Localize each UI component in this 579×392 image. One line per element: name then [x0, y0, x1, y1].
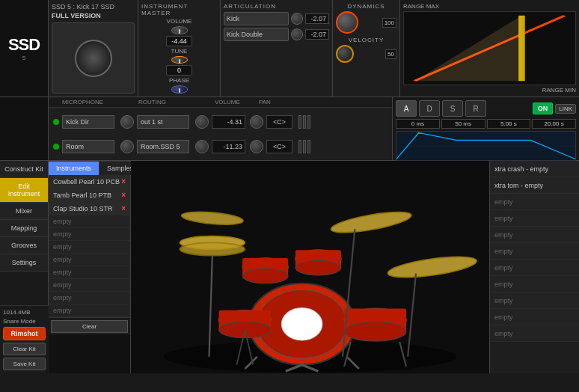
snare-mode-label: Snare Mode: [3, 318, 46, 325]
remove-icon-0[interactable]: ×: [121, 177, 126, 186]
list-item[interactable]: Clap Studio 10 STR ×: [49, 202, 130, 215]
right-item-7[interactable]: empty: [490, 276, 579, 293]
velocity-value: 50: [385, 49, 396, 59]
right-item-8[interactable]: empty: [490, 293, 579, 309]
bottom-tabs: Instruments Samples: [49, 161, 130, 175]
nav-mapping[interactable]: Mapping: [0, 220, 48, 237]
right-item-6[interactable]: empty: [490, 260, 579, 276]
list-item-empty-6[interactable]: empty: [49, 254, 130, 266]
right-item-5[interactable]: empty: [490, 243, 579, 260]
pan-col-header: PAN: [259, 99, 285, 105]
artic-vol-2: -2.07: [305, 29, 329, 40]
remove-icon-2[interactable]: ×: [121, 204, 126, 212]
mic-routing-2[interactable]: Room.SSD 5: [137, 140, 189, 153]
bottom-left-info: 1014.4MB Snare Mode Rimshot Clear Kit Sa…: [0, 305, 49, 373]
articulation-knob-1[interactable]: [291, 13, 303, 25]
articulation-knob-2[interactable]: [291, 28, 303, 40]
adsr-times: 0 ms 50 ms 5.00 s 20.00 s: [396, 119, 576, 129]
list-item-empty-3[interactable]: empty: [49, 215, 130, 228]
microphone-col-header: MICROPHONE: [62, 99, 120, 105]
mic-routing-1[interactable]: out 1 st: [137, 115, 189, 129]
adsr-time-d: 50 ms: [441, 119, 485, 129]
right-item-9[interactable]: empty: [490, 309, 579, 325]
list-item-empty-7[interactable]: empty: [49, 266, 130, 279]
adsr-graph: [396, 131, 576, 161]
list-item-empty-5[interactable]: empty: [49, 241, 130, 254]
volume-knob[interactable]: [171, 26, 188, 34]
articulation-select-2[interactable]: Kick Double: [224, 28, 289, 41]
list-item[interactable]: Tamb Pearl 10 PTB ×: [49, 189, 130, 202]
drum-icon: [75, 40, 112, 77]
volume-col-header: VOLUME: [215, 99, 256, 105]
right-instrument-list: xtra crash - empty xtra tom - empty empt…: [489, 161, 579, 373]
right-item-1[interactable]: xtra tom - empty: [490, 177, 579, 194]
dynamics-panel: DYNAMICS 100 VELOCITY 50: [333, 0, 400, 97]
velocity-label: VELOCITY: [336, 37, 396, 43]
volume-value: -4.44: [166, 36, 192, 46]
instrument-list: Cowbell Pearl 10 PCB × Tamb Pearl 10 PTB…: [49, 175, 131, 317]
range-graph: [403, 11, 576, 85]
clear-button[interactable]: Clear: [51, 320, 128, 333]
dynamics-label: DYNAMICS: [336, 3, 396, 10]
mic-name-2[interactable]: Room: [62, 140, 114, 153]
mic-pan-knob-1[interactable]: [250, 115, 263, 129]
tab-instruments[interactable]: Instruments: [49, 162, 99, 175]
list-item[interactable]: Cowbell Pearl 10 PCB ×: [49, 175, 130, 189]
mic-active-1[interactable]: [53, 119, 59, 125]
mic-channel-2: Room Room.SSD 5 -11.23 <C>: [53, 140, 387, 153]
nav-mixer[interactable]: Mixer: [0, 203, 48, 220]
mic-name-1[interactable]: Kick Dir: [62, 115, 114, 129]
adsr-on-button[interactable]: ON: [533, 102, 554, 114]
mic-faders-2: [298, 140, 310, 153]
routing-col-header: ROUTING: [138, 99, 198, 105]
adsr-tab-r[interactable]: R: [465, 100, 486, 117]
nav-construct-kit[interactable]: Construct Kit: [0, 161, 48, 178]
right-item-0[interactable]: xtra crash - empty: [490, 161, 579, 177]
right-item-4[interactable]: empty: [490, 227, 579, 243]
adsr-tab-s[interactable]: S: [442, 100, 463, 117]
adsr-tab-a[interactable]: A: [396, 100, 417, 117]
mic-vol-knob-1[interactable]: [195, 115, 209, 129]
mic-active-2[interactable]: [53, 144, 59, 150]
remove-icon-1[interactable]: ×: [121, 191, 126, 199]
velocity-knob[interactable]: [336, 45, 354, 63]
app-version: 5: [8, 55, 40, 61]
mic-vol-knob-2[interactable]: [195, 140, 209, 153]
mic-pan-knob-2[interactable]: [250, 140, 263, 153]
list-item-empty-10[interactable]: empty: [49, 304, 130, 317]
right-item-10[interactable]: empty: [490, 325, 579, 342]
list-item-empty-4[interactable]: empty: [49, 228, 130, 241]
save-kit-button[interactable]: Save Kit: [3, 358, 46, 370]
mic-volume-2: -11.23: [212, 140, 245, 153]
nav-settings[interactable]: Settings: [0, 254, 48, 272]
mic-faders-1: [298, 115, 310, 129]
mic-route-knob-2[interactable]: [120, 140, 134, 153]
range-min-label: RANGE MIN: [542, 87, 576, 94]
tune-knob[interactable]: [171, 56, 188, 64]
instrument-title: SSD 5 : Kick 17 SSD: [52, 3, 135, 10]
instrument-info: SSD 5 : Kick 17 SSD FULL VERSION: [49, 0, 138, 97]
mic-route-knob-1[interactable]: [120, 115, 134, 129]
mic-pan-2: <C>: [266, 140, 292, 153]
right-item-3[interactable]: empty: [490, 210, 579, 227]
rimshot-button[interactable]: Rimshot: [3, 327, 46, 340]
articulation-row-1: Kick -2.07: [224, 12, 329, 25]
full-version-label: FULL VERSION: [52, 12, 135, 19]
drum-image: [52, 22, 135, 94]
phase-knob[interactable]: [171, 85, 188, 94]
articulation-select-1[interactable]: Kick: [224, 12, 289, 25]
svg-point-22: [180, 242, 245, 255]
list-item-empty-9[interactable]: empty: [49, 292, 130, 304]
svg-point-8: [281, 307, 322, 340]
right-item-2[interactable]: empty: [490, 194, 579, 210]
svg-point-14: [344, 322, 406, 341]
clear-kit-button[interactable]: Clear Kit: [3, 343, 46, 355]
articulation-label: ARTICULATION: [224, 3, 329, 10]
mic-channels: Kick Dir out 1 st -4.31 <C>: [49, 108, 392, 160]
nav-edit-instrument[interactable]: Edit Instrument: [0, 178, 48, 203]
adsr-link-button[interactable]: LINK: [555, 104, 576, 114]
adsr-tab-d[interactable]: D: [419, 100, 440, 117]
list-item-empty-8[interactable]: empty: [49, 279, 130, 292]
nav-grooves[interactable]: Grooves: [0, 237, 48, 254]
dynamics-knob[interactable]: [336, 11, 358, 34]
